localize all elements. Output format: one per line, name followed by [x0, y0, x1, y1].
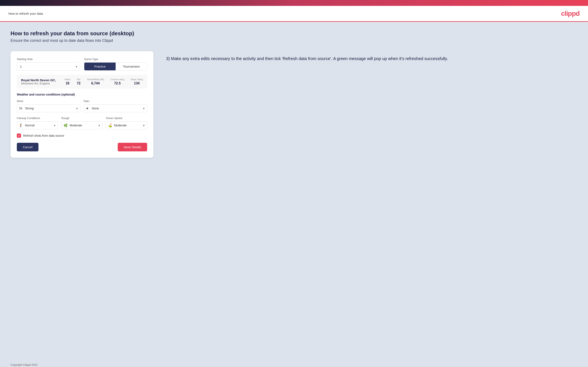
- par-label: Par: [77, 78, 80, 81]
- holes-label: Holes: [65, 78, 70, 81]
- green-speed-group: Green Speed ⛳ Moderate Slow Fast: [106, 117, 147, 129]
- game-type-label: Game Type: [84, 58, 147, 61]
- footer: Copyright Clippd 2022: [0, 360, 588, 367]
- refresh-checkbox[interactable]: [17, 133, 21, 138]
- rain-select-wrapper: ☀ None Light Heavy: [84, 104, 147, 112]
- holes-value: 18: [65, 82, 70, 85]
- slope-rating-label: Slope rating: [130, 78, 143, 81]
- wind-select[interactable]: Strong Light None: [17, 104, 80, 112]
- course-rating-label: Course rating: [110, 78, 124, 81]
- course-stat-course-rating: Course rating 72.5: [110, 78, 124, 85]
- side-text-content: 3) Make any extra edits necessary to the…: [166, 55, 578, 62]
- game-type-group: Game Type Practice Tournament: [84, 58, 147, 71]
- course-name-sub: Westward Ho!, England: [21, 82, 58, 85]
- starting-hole-select-wrapper: 1 10: [17, 62, 80, 71]
- game-type-buttons: Practice Tournament: [84, 62, 147, 71]
- course-stat-slope: Slope rating 134: [130, 78, 143, 85]
- refresh-checkbox-label: Refresh shots from data source: [23, 134, 64, 137]
- form-row-top: Starting Hole 1 10 Game Type Practice To…: [17, 58, 147, 71]
- course-stat-par: Par 72: [77, 78, 80, 85]
- header: How to refresh your data clippd: [0, 6, 588, 22]
- rough-label: Rough: [61, 117, 103, 120]
- yards-value: 6,744: [87, 82, 104, 85]
- rough-group: Rough 🌿 Moderate Light Heavy: [61, 117, 103, 129]
- starting-hole-label: Starting Hole: [17, 58, 80, 61]
- page-subheading: Ensure the correct and most up to date d…: [10, 38, 578, 43]
- conditions-title: Weather and course conditions (optional): [17, 93, 147, 96]
- copyright: Copyright Clippd 2022: [10, 363, 38, 366]
- course-row: Royal North Devon GC, Westward Ho!, Engl…: [17, 75, 147, 89]
- rain-select[interactable]: None Light Heavy: [84, 104, 147, 112]
- fairway-group: Fairway Conditions 🏌 Normal Firm Soft: [17, 117, 58, 129]
- course-name: Royal North Devon GC, Westward Ho!, Engl…: [21, 78, 58, 85]
- form-card: Starting Hole 1 10 Game Type Practice To…: [10, 51, 154, 158]
- practice-button[interactable]: Practice: [84, 63, 116, 70]
- green-speed-select-wrapper: ⛳ Moderate Slow Fast: [106, 121, 147, 129]
- fairway-select-wrapper: 🏌 Normal Firm Soft: [17, 121, 58, 129]
- save-button[interactable]: Save Details: [118, 143, 147, 151]
- cancel-button[interactable]: Cancel: [17, 143, 38, 151]
- content-area: Starting Hole 1 10 Game Type Practice To…: [10, 51, 578, 158]
- slope-rating-value: 134: [130, 82, 143, 85]
- rough-select[interactable]: Moderate Light Heavy: [61, 121, 103, 129]
- course-stat-yards: Yards/White (M)) 6,744: [87, 78, 104, 85]
- page-heading: How to refresh your data from source (de…: [10, 30, 578, 37]
- logo: clippd: [561, 10, 579, 17]
- fairway-label: Fairway Conditions: [17, 117, 58, 120]
- button-row: Cancel Save Details: [17, 143, 147, 151]
- conditions-grid-row2: Fairway Conditions 🏌 Normal Firm Soft Ro…: [17, 117, 147, 129]
- wind-group: Wind 🌬 Strong Light None: [17, 100, 80, 112]
- rain-group: Rain ☀ None Light Heavy: [84, 100, 147, 112]
- conditions-grid-row1: Wind 🌬 Strong Light None Rain ☀: [17, 100, 147, 112]
- course-name-main: Royal North Devon GC,: [21, 78, 58, 82]
- tournament-button[interactable]: Tournament: [116, 63, 147, 70]
- header-title: How to refresh your data: [9, 12, 43, 15]
- yards-label: Yards/White (M)): [87, 78, 104, 81]
- rough-select-wrapper: 🌿 Moderate Light Heavy: [61, 121, 103, 129]
- refresh-checkbox-row: Refresh shots from data source: [17, 133, 147, 138]
- course-stat-holes: Holes 18: [65, 78, 70, 85]
- starting-hole-select[interactable]: 1 10: [17, 62, 80, 71]
- green-speed-select[interactable]: Moderate Slow Fast: [106, 121, 147, 129]
- course-rating-value: 72.5: [110, 82, 124, 85]
- side-text: 3) Make any extra edits necessary to the…: [166, 51, 578, 62]
- wind-select-wrapper: 🌬 Strong Light None: [17, 104, 80, 112]
- top-bar: [0, 0, 588, 6]
- starting-hole-group: Starting Hole 1 10: [17, 58, 80, 71]
- rain-label: Rain: [84, 100, 147, 103]
- green-speed-label: Green Speed: [106, 117, 147, 120]
- fairway-select[interactable]: Normal Firm Soft: [17, 121, 58, 129]
- wind-label: Wind: [17, 100, 80, 103]
- par-value: 72: [77, 82, 80, 85]
- main-content: How to refresh your data from source (de…: [0, 22, 588, 360]
